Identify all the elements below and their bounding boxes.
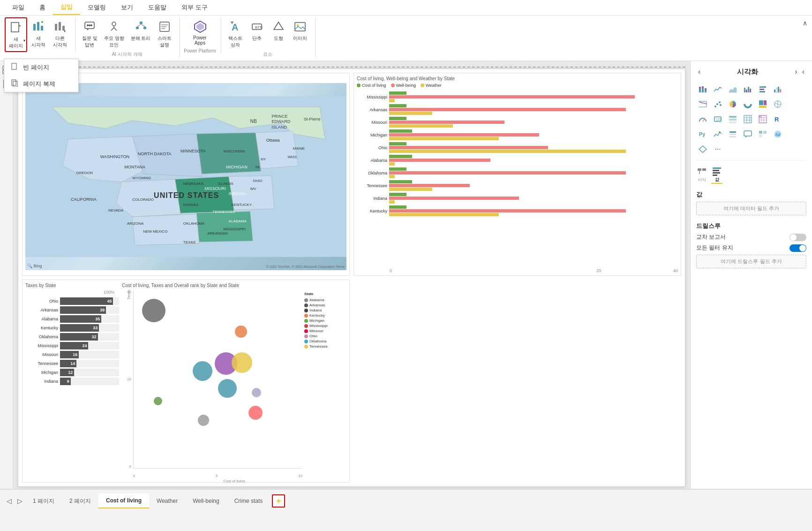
tab-weather[interactable]: Weather	[149, 494, 185, 508]
viz-chat-icon[interactable]	[741, 128, 754, 141]
viz-map-icon[interactable]	[771, 98, 784, 111]
cross-report-toggle[interactable]	[789, 234, 806, 241]
bar-oklahoma: Oklahoma 32	[25, 333, 119, 341]
drillthrough-add-field-button[interactable]: 여기에 드릴스루 필드 추가	[696, 255, 806, 268]
viz-ribbon-icon[interactable]	[696, 98, 709, 111]
svg-text:UNITED STATES: UNITED STATES	[154, 191, 219, 199]
viz-cluster-bar-icon[interactable]	[741, 83, 754, 96]
hbar-chart-box[interactable]: Cost of living, Well-being and Weather b…	[353, 73, 681, 276]
svg-rect-91	[705, 90, 707, 92]
viz-kpi-icon[interactable]	[711, 128, 724, 141]
power-apps-button[interactable]: Power Apps	[190, 17, 211, 47]
viz-table-icon[interactable]	[741, 113, 754, 126]
new-visual-button[interactable]: 새 시각적	[28, 17, 49, 50]
viz-more-icon[interactable]: ···	[711, 143, 724, 156]
bottom-left-box[interactable]: Taxes by State 100% Ohio 45 Arkan	[22, 280, 350, 483]
tab-cost-of-living[interactable]: Cost of living	[98, 493, 149, 508]
smart-narrative-button[interactable]: 스마트 설명	[154, 17, 175, 50]
viz-slicer-icon[interactable]	[726, 128, 739, 141]
new-page-button[interactable]: 새 페이지 ▾	[5, 17, 27, 52]
svg-point-14	[89, 24, 90, 26]
next-page-button[interactable]: ▷	[15, 495, 25, 507]
viz-page-nav-icon[interactable]	[756, 128, 769, 141]
add-page-button[interactable]: +	[272, 494, 285, 508]
viz-waterfall-icon[interactable]	[771, 83, 784, 96]
legend-weather: Weather	[421, 83, 442, 88]
viz-stacked-bar-icon[interactable]	[696, 83, 709, 96]
blank-page-item[interactable]: 빈 페이지	[4, 59, 78, 76]
scatter-dot-7	[235, 326, 247, 338]
all-filters-toggle[interactable]	[789, 244, 806, 252]
svg-line-114	[703, 119, 705, 121]
scatter-dot-10	[198, 415, 209, 426]
viz-cluster-bar2-icon[interactable]	[756, 83, 769, 96]
duplicate-page-item[interactable]: 페이지 복제	[4, 76, 78, 92]
viz-pie-icon[interactable]	[726, 98, 739, 111]
tab-insert[interactable]: 삽입	[53, 0, 80, 15]
panel-close-button[interactable]: ‹	[800, 67, 806, 77]
qa-button[interactable]: 질문 및 답변	[79, 17, 100, 50]
svg-point-105	[716, 103, 718, 105]
viz-py-icon[interactable]: Py	[696, 128, 709, 141]
viz-matrix-icon[interactable]	[756, 113, 769, 126]
viz-area-icon[interactable]	[726, 83, 739, 96]
button-label: 단추	[252, 35, 262, 42]
tab-view[interactable]: 보기	[113, 0, 141, 15]
viz-donut-icon[interactable]	[741, 98, 754, 111]
collapse-ribbon-button[interactable]: ∧	[803, 19, 807, 27]
shape-icon	[271, 19, 286, 34]
viz-gauge-icon[interactable]	[696, 113, 709, 126]
legend-wb-label: Well-being	[396, 83, 416, 88]
hbar-row-ohio: Ohio	[357, 142, 678, 153]
viz-diamond-icon[interactable]	[696, 143, 709, 156]
viz-scatter-icon[interactable]	[711, 98, 724, 111]
svg-point-108	[744, 101, 751, 107]
panel-nav-left: ‹	[696, 67, 702, 77]
map-chart-box[interactable]: Cost of living by State	[22, 73, 350, 276]
tab-page-2[interactable]: 2 페이지	[62, 493, 98, 509]
power-apps-icon	[193, 19, 208, 34]
tab-modeling[interactable]: 모델링	[80, 0, 113, 15]
text-box-button[interactable]: A 텍스트 상자	[225, 17, 246, 50]
legend-wellbeing: Well-being	[391, 83, 416, 88]
svg-rect-134	[729, 131, 736, 133]
prev-page-button[interactable]: ◁	[4, 495, 15, 507]
viz-line-icon[interactable]	[711, 83, 724, 96]
other-visual-button[interactable]: 다른 시각적	[50, 17, 70, 50]
panel-title: 시각화	[737, 68, 758, 76]
drillthrough-section-title: 드릴스루	[696, 222, 806, 230]
svg-line-24	[137, 24, 141, 27]
svg-rect-97	[759, 86, 766, 88]
viz-azure-maps-icon[interactable]: Az	[771, 128, 784, 141]
tab-page-1[interactable]: 1 페이지	[25, 493, 62, 509]
shape-button[interactable]: 도형	[268, 17, 289, 50]
tab-crime-stats[interactable]: Crime stats	[227, 494, 271, 508]
button-btn[interactable]: BTN 단추	[247, 17, 267, 50]
viz-treemap-icon[interactable]	[756, 98, 769, 111]
viz-r-script-icon[interactable]: R	[771, 113, 784, 126]
panel-values-tab[interactable]: 값	[711, 166, 722, 184]
viz-multirow-icon[interactable]	[726, 113, 739, 126]
tab-external-tools[interactable]: 외부 도구	[174, 0, 215, 15]
viz-card-icon[interactable]: 123	[711, 113, 724, 126]
tab-home[interactable]: 홈	[32, 0, 53, 15]
panel-format-tab[interactable]: 서식	[696, 166, 707, 184]
key-influencers-button[interactable]: 주요 영향 요인	[101, 17, 127, 50]
tab-wellbeing[interactable]: Well-being	[185, 494, 226, 508]
all-filters-label: 모든 필터 유지	[696, 244, 733, 252]
svg-text:WISCONSIN: WISCONSIN	[223, 149, 245, 153]
taxes-bar-max-label: 100%	[25, 290, 114, 295]
tab-file[interactable]: 파일	[5, 0, 32, 15]
values-section-title: 값	[696, 190, 806, 199]
hbar-row-alabama: Alabama	[357, 155, 678, 166]
panel-prev-button[interactable]: ‹	[696, 67, 702, 77]
svg-rect-149	[713, 170, 719, 171]
svg-rect-140	[763, 131, 767, 134]
image-button[interactable]: 이미지	[290, 17, 310, 50]
decomp-tree-button[interactable]: 분해 트리	[128, 17, 154, 50]
panel-next-button[interactable]: ›	[793, 67, 799, 77]
tab-help[interactable]: 도움말	[141, 0, 174, 15]
svg-text:ARKANSAS: ARKANSAS	[207, 231, 228, 235]
values-add-field-button[interactable]: 여기에 데이터 필드 추가	[696, 202, 806, 215]
viz-icons-grid: 123 R Py	[696, 83, 806, 156]
